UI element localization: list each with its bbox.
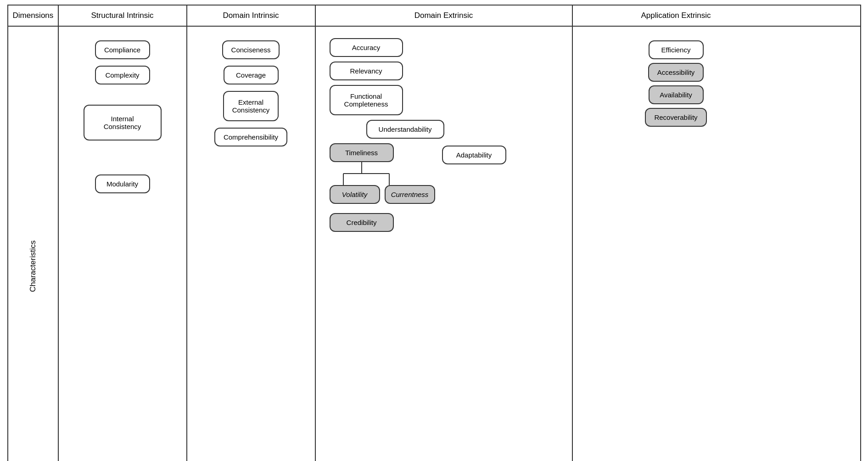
recoverability-box: Recoverability <box>645 108 706 127</box>
internal-consistency-box: InternalConsistency <box>84 105 162 141</box>
external-consistency-box: ExternalConsistency <box>223 91 279 121</box>
vol-curr-row: Volatility Currentness <box>330 185 435 204</box>
efficiency-box: Efficiency <box>649 40 704 59</box>
adaptability-wrapper: Adaptability <box>442 146 506 164</box>
domain-intrinsic-items: Conciseness Coverage ExternalConsistency… <box>194 36 308 146</box>
timeliness-box: Timeliness <box>330 143 394 162</box>
relevancy-box: Relevancy <box>330 62 403 80</box>
content-row: Characteristics Compliance Complexity In… <box>8 27 860 461</box>
accuracy-box: Accuracy <box>330 38 403 57</box>
main-table: Dimensions Structural Intrinsic Domain I… <box>7 5 861 461</box>
adaptability-box: Adaptability <box>442 146 506 164</box>
credibility-wrapper: Credibility <box>330 213 394 232</box>
conciseness-box: Conciseness <box>222 40 280 59</box>
domain-intrinsic-cell: Conciseness Coverage ExternalConsistency… <box>187 27 316 461</box>
app-extrinsic-items: Efficiency Accessibility Availability Re… <box>580 36 773 127</box>
header-domain-extrinsic: Domain Extrinsic <box>316 6 573 26</box>
app-extrinsic-cell: Efficiency Accessibility Availability Re… <box>573 27 779 461</box>
header-domain-intrinsic: Domain Intrinsic <box>187 6 316 26</box>
compliance-box: Compliance <box>95 40 150 59</box>
currentness-box: Currentness <box>385 185 435 204</box>
accessibility-box: Accessibility <box>648 63 704 82</box>
complexity-box: Complexity <box>95 66 150 84</box>
credibility-box: Credibility <box>330 213 394 232</box>
timeliness-group: Timeliness <box>330 143 435 204</box>
timeliness-adaptability-row: Timeliness <box>330 143 506 204</box>
structural-intrinsic-cell: Compliance Complexity InternalConsistenc… <box>59 27 187 461</box>
understandability-box: Understandability <box>366 120 444 139</box>
modularity-box: Modularity <box>95 174 150 193</box>
header-app-extrinsic: Application Extrinsic <box>573 6 779 26</box>
characteristics-label-cell: Characteristics <box>8 27 59 461</box>
volatility-box: Volatility <box>330 185 380 204</box>
understand-adapt-row: Understandability <box>366 120 444 139</box>
characteristics-label: Characteristics <box>28 36 38 461</box>
structural-items: Compliance Complexity InternalConsistenc… <box>66 36 179 193</box>
functional-completeness-box: FunctionalCompleteness <box>330 85 403 115</box>
availability-box: Availability <box>649 85 704 104</box>
comprehensibility-box: Comprehensibility <box>214 128 287 146</box>
coverage-box: Coverage <box>224 66 279 84</box>
header-dimensions: Dimensions <box>8 6 59 26</box>
header-row: Dimensions Structural Intrinsic Domain I… <box>8 6 860 27</box>
header-structural: Structural Intrinsic <box>59 6 187 26</box>
domain-extrinsic-items: Accuracy Relevancy FunctionalCompletenes… <box>320 34 567 232</box>
domain-extrinsic-cell: Accuracy Relevancy FunctionalCompletenes… <box>316 27 573 461</box>
